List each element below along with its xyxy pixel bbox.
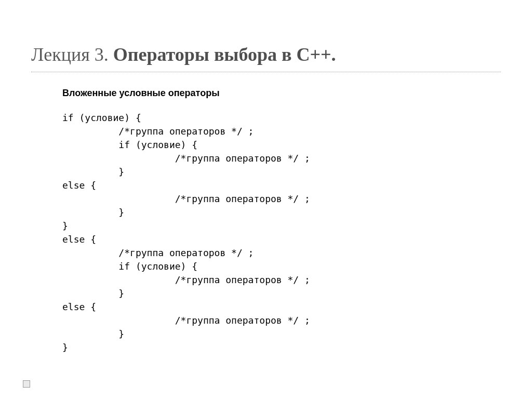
slide-title: Лекция 3. Операторы выбора в С++. <box>31 44 501 72</box>
title-light: Лекция 3. <box>31 44 113 65</box>
code-block: if (условие) { /*группа операторов */ ; … <box>62 111 501 354</box>
slide-content: Вложенные условные операторы if (условие… <box>62 88 501 354</box>
placeholder-icon <box>23 380 30 388</box>
slide: Лекция 3. Операторы выбора в С++. Вложен… <box>0 0 532 399</box>
title-bold: Операторы выбора в С++. <box>113 44 336 65</box>
subtitle: Вложенные условные операторы <box>62 88 501 99</box>
